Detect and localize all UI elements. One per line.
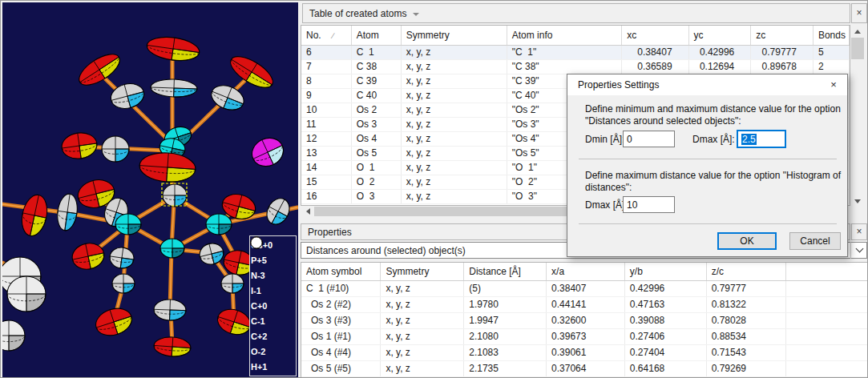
cell-atom: C 1 — [351, 45, 401, 59]
scroll-down-button[interactable] — [850, 195, 865, 207]
legend-item-h1[interactable]: H+1 — [251, 359, 296, 374]
distance-table-row[interactable]: Os 5 (#5)x, y, z2.17350.370640.641680.79… — [301, 360, 868, 376]
atom-ellipsoid[interactable] — [145, 34, 200, 64]
atom-ellipsoid[interactable] — [55, 193, 79, 232]
legend-label: N-3 — [251, 271, 265, 280]
cell-symmetry: x, y, z — [381, 312, 464, 328]
combo-dropdown-button[interactable] — [850, 242, 867, 259]
distance-table-row[interactable]: Os 4 (#4)x, y, z2.10830.390610.274040.71… — [301, 344, 868, 360]
distance-table-row[interactable]: C 1 (#10)x, y, z(5)0.384070.429960.79777 — [301, 280, 868, 296]
legend-item-c1[interactable]: C-1 — [251, 313, 296, 328]
column-header-atom[interactable]: Atom — [351, 26, 401, 45]
ok-button[interactable]: OK — [717, 232, 777, 250]
cell-info: "C 1" — [507, 45, 621, 59]
atom-ellipsoid[interactable] — [197, 241, 225, 267]
legend-item-n3[interactable]: N-3 — [251, 267, 296, 283]
cell-symmetry: x, y, z — [401, 59, 507, 74]
column-header-yc[interactable]: yc — [688, 26, 751, 45]
column-header-zc[interactable]: zc — [751, 26, 813, 45]
cell-no: 7 — [301, 59, 351, 74]
atom-ellipsoid[interactable] — [263, 195, 294, 228]
column-header-symmetry[interactable]: Symmetry — [401, 26, 507, 45]
cell-zc: 0.81322 — [706, 296, 786, 312]
panel-menu-chevron-icon[interactable] — [413, 13, 419, 16]
column-header-x-a[interactable]: x/a — [547, 263, 625, 280]
atom-ellipsoid[interactable] — [160, 239, 184, 258]
distance-table-row[interactable]: Os 1 (#1)x, y, z2.10800.396730.274060.88… — [301, 328, 868, 344]
cell-symmetry: x, y, z — [401, 88, 507, 103]
legend-item-c0[interactable]: C+0 — [251, 298, 296, 313]
cell-no: 13 — [301, 146, 351, 160]
atom-ellipsoid[interactable] — [7, 276, 46, 312]
atom-type-legend: Os+0P+5N-3I-1C+0C-1C+2O-2H+1 — [249, 235, 297, 376]
properties-settings-dialog: Properties Settings × Define minimum and… — [567, 74, 848, 257]
atom-ellipsoid[interactable] — [163, 184, 187, 207]
scroll-up-button[interactable] — [850, 25, 865, 38]
atom-ellipsoid[interactable] — [60, 131, 99, 161]
dmax-value: 2.5 — [741, 134, 757, 145]
atoms-panel-title: Table of created atoms — [309, 8, 406, 19]
distance-table-row[interactable]: Os 2 (#2)x, y, z1.97800.441410.471630.81… — [301, 296, 868, 312]
cancel-button[interactable]: Cancel — [789, 232, 841, 250]
dmin-input[interactable]: 0 — [623, 131, 675, 147]
cell-symmetry: x, y, z — [401, 74, 507, 88]
properties-table-header-row[interactable]: Atom symbolSymmetryDistance [Å]x/ay/bz/c — [301, 263, 868, 280]
column-header-spacer[interactable] — [786, 263, 868, 280]
column-header-distance-[interactable]: Distance [Å] — [464, 263, 547, 280]
cell-atom: Os 5 — [351, 146, 401, 160]
molecule-viewport[interactable]: Os+0P+5N-3I-1C+0C-1C+2O-2H+1 — [2, 2, 298, 377]
atoms-table-header-row[interactable]: No.∕AtomSymmetryAtom infoxcyczcBonds — [301, 26, 850, 45]
atom-table-row[interactable]: 7C 38x, y, z"C 38"0.365890.126940.896782 — [301, 59, 850, 74]
column-header-y-b[interactable]: y/b — [624, 263, 706, 280]
cell-symmetry: x, y, z — [401, 103, 507, 117]
atom-ellipsoid[interactable] — [139, 151, 196, 184]
legend-item-c2[interactable]: C+2 — [251, 328, 296, 344]
atom-ellipsoid[interactable] — [92, 304, 135, 340]
dialog-close-button[interactable]: × — [820, 74, 847, 95]
atom-ellipsoid[interactable] — [226, 50, 278, 94]
hist-dmax-input[interactable]: 10 — [623, 196, 675, 213]
column-header-symmetry[interactable]: Symmetry — [381, 263, 464, 280]
dialog-title-bar[interactable]: Properties Settings — [567, 74, 847, 95]
column-header-xc[interactable]: xc — [622, 26, 688, 45]
atom-ellipsoid[interactable] — [115, 214, 141, 235]
cell-symmetry: x, y, z — [401, 189, 507, 203]
atom-ellipsoid[interactable] — [108, 246, 135, 270]
distance-table-row[interactable]: Os 3 (#3)x, y, z1.99470.326000.390880.78… — [301, 312, 868, 328]
cell-no: 9 — [301, 88, 351, 103]
atom-ellipsoid[interactable] — [153, 336, 192, 357]
vertical-scrollbar-thumb[interactable] — [851, 38, 864, 59]
atom-ellipsoid[interactable] — [151, 78, 198, 98]
atom-ellipsoid[interactable] — [154, 299, 187, 320]
atom-ellipsoid[interactable] — [221, 274, 244, 293]
hist-dmax-label: Dmax [Å]: — [585, 199, 628, 211]
atom-ellipsoid[interactable] — [112, 274, 135, 293]
column-header-atom-symbol[interactable]: Atom symbol — [301, 263, 381, 280]
atom-ellipsoid[interactable] — [2, 320, 25, 351]
atom-ellipsoid[interactable] — [75, 48, 125, 90]
column-header-bonds[interactable]: Bonds — [813, 26, 849, 45]
vertical-scrollbar[interactable] — [850, 25, 865, 207]
atom-ellipsoid[interactable] — [248, 133, 289, 171]
dialog-separator-2 — [579, 223, 837, 224]
dmax-label: Dmax [Å]: — [692, 134, 735, 146]
atom-ellipsoid[interactable] — [206, 214, 232, 235]
scroll-left-button[interactable] — [302, 206, 313, 217]
properties-panel-close-button[interactable]: × — [851, 223, 867, 240]
legend-item-o2[interactable]: O-2 — [251, 344, 296, 359]
legend-item-p5[interactable]: P+5 — [251, 252, 296, 267]
cell-distance: 2.1735 — [464, 360, 547, 376]
dmax-input[interactable]: 2.5 — [737, 130, 786, 148]
legend-item-i1[interactable]: I-1 — [251, 283, 296, 298]
atom-ellipsoid[interactable] — [102, 136, 129, 162]
atom-table-row[interactable]: 6C 1x, y, z"C 1"0.384070.429960.797775 — [301, 45, 850, 59]
atoms-panel-header[interactable]: Table of created atoms — [302, 3, 850, 23]
atom-ellipsoid[interactable] — [18, 192, 50, 238]
column-header-no-[interactable]: No.∕ — [301, 26, 351, 45]
atoms-panel-close-button[interactable]: × — [851, 3, 867, 23]
column-header-atom-info[interactable]: Atom info — [507, 26, 621, 45]
atom-ellipsoid[interactable] — [214, 305, 253, 339]
legend-label: C-1 — [251, 316, 265, 326]
cell-no: 6 — [301, 45, 351, 59]
column-header-z-c[interactable]: z/c — [706, 263, 786, 280]
